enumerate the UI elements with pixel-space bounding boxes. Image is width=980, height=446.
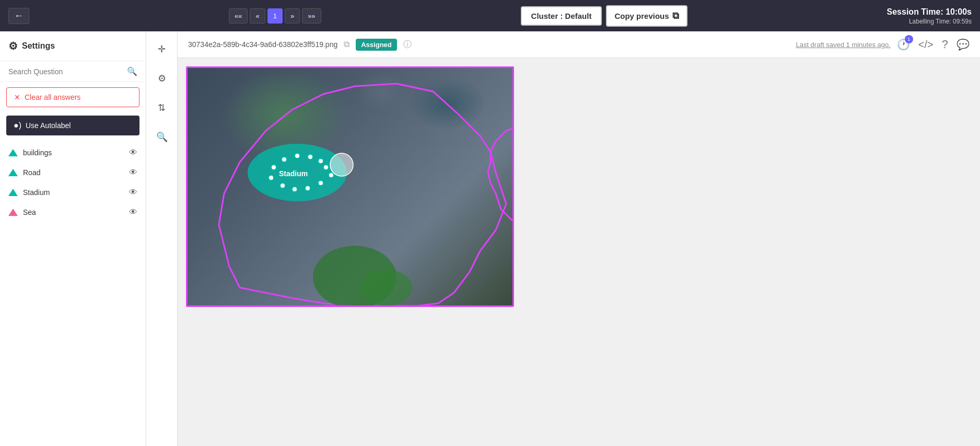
svg-point-7 xyxy=(318,180,323,186)
autolabel-label: Use Autolabel xyxy=(26,121,71,130)
share-icon[interactable]: </> xyxy=(918,39,934,51)
svg-point-10 xyxy=(280,183,285,188)
eye-icon-buildings[interactable]: 👁 xyxy=(129,148,137,157)
content-area: 30734e2a-589b-4c34-9a6d-63802e3ff519.png… xyxy=(178,31,980,446)
zoom-tool-button[interactable]: 🔍 xyxy=(153,128,171,146)
label-name-buildings: buildings xyxy=(23,148,124,157)
svg-point-1 xyxy=(282,157,287,162)
current-page-button[interactable]: 1 xyxy=(267,8,283,24)
autolabel-icon: ●) xyxy=(14,121,21,130)
svg-point-9 xyxy=(292,187,297,192)
copy-icon: ⧉ xyxy=(672,10,679,21)
annotation-canvas: Stadium xyxy=(186,66,514,307)
clear-answers-label: Clear all answers xyxy=(25,93,80,101)
copy-prev-label: Copy previous xyxy=(614,12,669,20)
autolabel-button[interactable]: ●) Use Autolabel xyxy=(6,116,139,135)
settings-label: Settings xyxy=(22,41,55,51)
list-item[interactable]: Sea 👁 xyxy=(0,202,146,222)
triangle-icon-stadium xyxy=(8,189,18,196)
topbar-right: Session Time: 10:00s Labelling Time: 09:… xyxy=(887,6,972,25)
svg-point-6 xyxy=(329,173,334,178)
search-section: 🔍 xyxy=(0,61,146,82)
topbar-left: ← xyxy=(8,8,29,24)
move-tool-button[interactable]: ✛ xyxy=(153,40,171,59)
svg-point-4 xyxy=(318,158,323,164)
clear-answers-button[interactable]: ✕ Clear all answers xyxy=(6,87,139,107)
session-time: Session Time: 10:00s xyxy=(887,6,972,18)
sidebar: ⚙ Settings 🔍 ✕ Clear all answers ●) Use … xyxy=(0,31,146,446)
help-icon[interactable]: ? xyxy=(942,38,948,51)
triangle-icon-road xyxy=(8,169,18,176)
search-input[interactable] xyxy=(8,67,127,76)
header-icons: 🕐 1 </> ? 💬 xyxy=(897,38,970,51)
history-icon[interactable]: 🕐 1 xyxy=(897,38,910,51)
label-name-stadium: Stadium xyxy=(23,188,124,197)
label-name-sea: Sea xyxy=(23,208,124,216)
next-page-button[interactable]: » xyxy=(285,8,300,24)
cluster-button[interactable]: Cluster : Default xyxy=(521,6,602,26)
back-button[interactable]: ← xyxy=(8,8,29,24)
topbar: ← «« « 1 » »» Cluster : Default Copy pre… xyxy=(0,0,980,31)
file-header: 30734e2a-589b-4c34-9a6d-63802e3ff519.png… xyxy=(178,31,980,58)
gear-icon: ⚙ xyxy=(8,40,18,52)
svg-point-14 xyxy=(360,269,412,306)
settings-section: ⚙ Settings xyxy=(0,31,146,61)
labelling-time: Labelling Time: 09:59s xyxy=(887,18,972,25)
crop-tool-button[interactable]: ⇅ xyxy=(153,98,171,117)
assigned-badge: Assigned xyxy=(356,39,397,51)
x-icon: ✕ xyxy=(14,93,20,101)
chat-icon[interactable]: 💬 xyxy=(956,38,970,51)
list-item[interactable]: Stadium 👁 xyxy=(0,182,146,202)
tool-panel: ✛ ⚙ ⇅ 🔍 xyxy=(146,31,178,446)
copy-file-icon[interactable]: ⧉ xyxy=(344,40,349,49)
annotation-svg: Stadium xyxy=(188,68,514,307)
eye-icon-road[interactable]: 👁 xyxy=(129,168,137,177)
list-item[interactable]: Road 👁 xyxy=(0,163,146,182)
svg-point-5 xyxy=(323,165,329,170)
first-page-button[interactable]: «« xyxy=(229,8,248,24)
stadium-label: Stadium xyxy=(279,169,308,178)
label-name-road: Road xyxy=(23,168,124,177)
svg-point-2 xyxy=(295,153,300,158)
prev-page-button[interactable]: « xyxy=(250,8,265,24)
triangle-icon-sea xyxy=(8,209,18,216)
last-page-button[interactable]: »» xyxy=(302,8,321,24)
notification-badge: 1 xyxy=(905,35,913,43)
topbar-center: «« « 1 » »» xyxy=(229,8,321,24)
main-layout: ⚙ Settings 🔍 ✕ Clear all answers ●) Use … xyxy=(0,31,980,446)
image-area: Stadium xyxy=(178,58,980,446)
draft-saved: Last draft saved 1 minutes ago. xyxy=(796,41,890,49)
map-background: Stadium xyxy=(188,68,512,305)
copy-previous-button[interactable]: Copy previous ⧉ xyxy=(606,5,687,27)
svg-point-3 xyxy=(308,154,313,159)
eye-icon-stadium[interactable]: 👁 xyxy=(129,188,137,197)
filename: 30734e2a-589b-4c34-9a6d-63802e3ff519.png xyxy=(188,40,337,49)
label-list: buildings 👁 Road 👁 Stadium 👁 Sea 👁 xyxy=(0,139,146,446)
info-icon[interactable]: ⓘ xyxy=(403,39,412,50)
triangle-icon-buildings xyxy=(8,149,18,156)
settings-tool-button[interactable]: ⚙ xyxy=(153,69,171,88)
svg-point-8 xyxy=(305,186,310,191)
svg-point-0 xyxy=(271,165,276,170)
svg-point-11 xyxy=(269,175,274,180)
list-item[interactable]: buildings 👁 xyxy=(0,143,146,163)
eye-icon-sea[interactable]: 👁 xyxy=(129,208,137,217)
search-icon: 🔍 xyxy=(127,66,137,76)
svg-point-12 xyxy=(330,153,353,176)
